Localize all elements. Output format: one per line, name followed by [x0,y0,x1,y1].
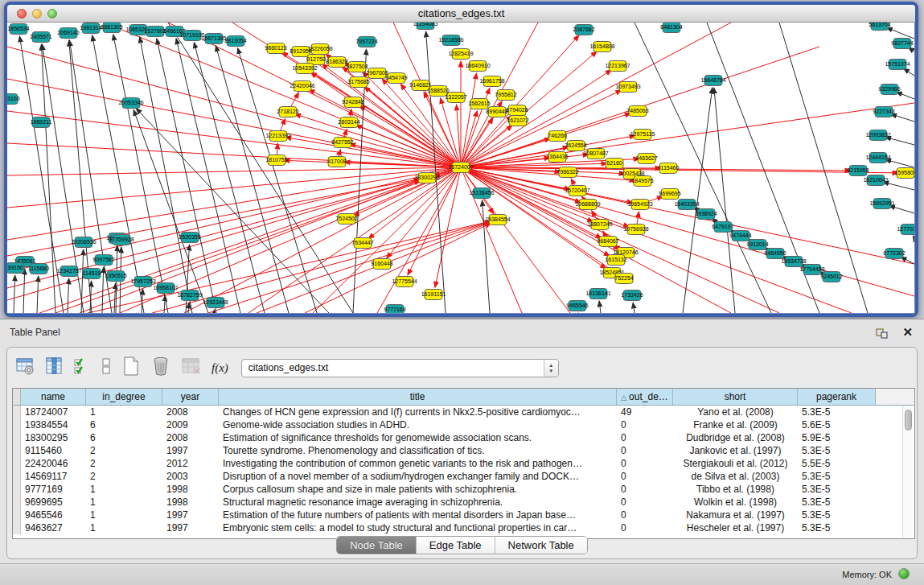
graph-node[interactable]: 1621072 [507,116,528,126]
table-cell[interactable]: Hescheler et al. (1997) [673,521,798,534]
table-cell[interactable]: Franke et al. (2009) [673,418,798,431]
table-cell[interactable]: Changes of HCN gene expression and I(f) … [219,406,617,418]
graph-node[interactable]: 14136141 [585,289,610,299]
graph-node[interactable]: 9227343 [873,107,894,117]
table-cell[interactable]: Jankovic et al. (1997) [673,444,798,457]
graph-node[interactable]: 1733426 [621,290,643,301]
table-row[interactable]: 1830029562008Estimation of significance … [13,431,914,444]
graph-node[interactable]: 16210643 [863,175,888,186]
scrollbar-thumb[interactable] [905,410,912,431]
graph-node[interactable]: 12444154 [865,153,890,163]
table-cell[interactable]: Yano et al. (2008) [673,406,798,418]
table-cell[interactable]: 5.3E-5 [798,521,876,534]
table-cell[interactable]: 5.5E-5 [798,457,876,470]
table-cell[interactable]: 18300295 [21,431,86,444]
network-view[interactable]: 1856534240557120691401981314888130510653… [7,23,914,313]
graph-node[interactable]: 752254 [614,274,633,284]
graph-node[interactable]: 9465546 [566,301,588,311]
table-settings-icon[interactable] [15,356,35,379]
graph-node[interactable]: 417008 [327,157,346,167]
table-cell[interactable]: 0 [617,431,673,444]
table-cell[interactable]: 9463627 [21,521,86,534]
graph-node[interactable]: 1350515 [105,271,126,282]
table-cell[interactable]: Estimation of significance thresholds fo… [219,431,617,444]
graph-node[interactable]: 8215958 [847,166,869,176]
table-cell[interactable]: 6 [86,431,162,444]
table-cell[interactable]: 49 [617,406,673,418]
graph-node[interactable]: 12825419 [448,49,473,60]
table-cell[interactable]: 2008 [162,406,219,418]
graph-node[interactable]: 746266 [548,131,566,142]
graph-node[interactable]: 18226058 [307,44,332,55]
table-cell[interactable]: Disruption of a novel member of a sodium… [219,470,617,483]
column-header-year[interactable]: year [162,389,219,405]
table-cell[interactable]: 2009 [162,418,219,431]
network-select[interactable]: citations_edges.txt ▲▼ [241,359,559,377]
table-row[interactable]: 1938455462009Genome-wide association stu… [13,418,914,431]
graph-node[interactable]: 1322057 [445,93,466,103]
graph-node[interactable]: 12775544 [392,277,417,287]
graph-node[interactable]: 15692951 [869,199,894,209]
graph-node[interactable]: 20206536 [71,237,96,248]
graph-node[interactable]: 7485063 [626,106,648,117]
table-row[interactable]: 946554611997Estimation of the future num… [13,509,914,521]
column-header-out_de[interactable]: △out_de… [617,389,673,405]
graph-node[interactable]: 9912014 [746,240,768,250]
graph-node[interactable]: 3624554 [565,141,586,151]
float-panel-icon[interactable] [876,326,889,339]
table-cell[interactable]: 0 [617,418,673,431]
table-cell[interactable]: 19384554 [21,418,86,431]
graph-node[interactable]: 114519 [83,269,101,279]
tab-edge-table[interactable]: Edge Table [417,537,495,554]
table-cell[interactable]: Tourette syndrome. Phenomenology and cla… [219,444,617,457]
graph-node[interactable]: 9777169 [384,305,405,314]
graph-node[interactable]: 9860123 [265,43,286,54]
graph-node[interactable]: 1562615 [468,99,490,109]
graph-node[interactable]: 9160448 [371,259,392,270]
table-cell[interactable]: 1998 [162,483,219,496]
table-cell[interactable]: 9465546 [21,509,86,521]
graph-node[interactable]: 19384554 [485,215,510,225]
table-cell[interactable]: 0 [617,509,673,521]
table-cell[interactable]: 9777169 [21,483,86,496]
graph-node[interactable]: 6794028 [506,105,528,116]
graph-node[interactable]: 8813054 [224,36,246,47]
graph-node[interactable]: 19218586 [438,35,463,46]
table-cell[interactable]: 0 [617,496,673,509]
graph-node[interactable]: 15138456 [469,188,494,199]
column-visibility-icon[interactable] [73,356,91,379]
graph-node[interactable]: 12213967 [605,61,630,72]
graph-node[interactable]: 18300295 [414,173,439,183]
graph-node[interactable]: 10543392 [292,64,317,74]
column-header-pagerank[interactable]: pagerank [798,389,876,405]
graph-node[interactable]: 16961758 [479,76,504,87]
graph-node[interactable]: 8481304 [660,23,682,33]
table-row[interactable]: 946362711997Embryonic stem cells: a mode… [13,521,914,534]
table-cell[interactable]: 1998 [162,496,219,509]
table-cell[interactable]: Embryonic stem cells: a model to study s… [219,521,617,534]
graph-node[interactable]: 11254083 [413,23,438,30]
function-builder-icon[interactable]: f(x) [211,361,228,375]
table-cell[interactable]: 0 [617,470,673,483]
table-row[interactable]: 1872400712008Changes of HCN gene express… [13,406,914,418]
table-cell[interactable]: Dudbridge et al. (2008) [673,431,798,444]
table-cell[interactable]: de Silva et al. (2003) [673,470,798,483]
graph-node[interactable]: 2520355 [179,233,200,243]
tab-node-table[interactable]: Node Table [337,537,417,554]
graph-node[interactable]: 16648784 [700,76,725,86]
row-height-icon[interactable] [101,356,112,379]
table-cell[interactable]: 1 [86,406,162,418]
graph-node[interactable]: 2803144 [338,117,359,128]
graph-node[interactable]: 20053346 [118,98,143,109]
table-cell[interactable]: Stergiakouli et al. (2012) [673,457,798,470]
table-cell[interactable]: Genome-wide association studies in ADHD. [219,418,617,431]
table-cell[interactable]: 6 [86,418,162,431]
column-header-short[interactable]: short [673,389,798,405]
graph-node[interactable]: 15751074 [885,60,910,70]
graph-node[interactable]: 12093832 [865,130,890,141]
table-cell[interactable]: 1 [86,496,162,509]
column-header-in_degree[interactable]: in_degree [86,389,162,405]
table-row[interactable]: 911546021997Tourette syndrome. Phenomeno… [13,444,914,457]
new-table-icon[interactable] [121,356,141,380]
table-cell[interactable]: 2012 [162,457,219,470]
